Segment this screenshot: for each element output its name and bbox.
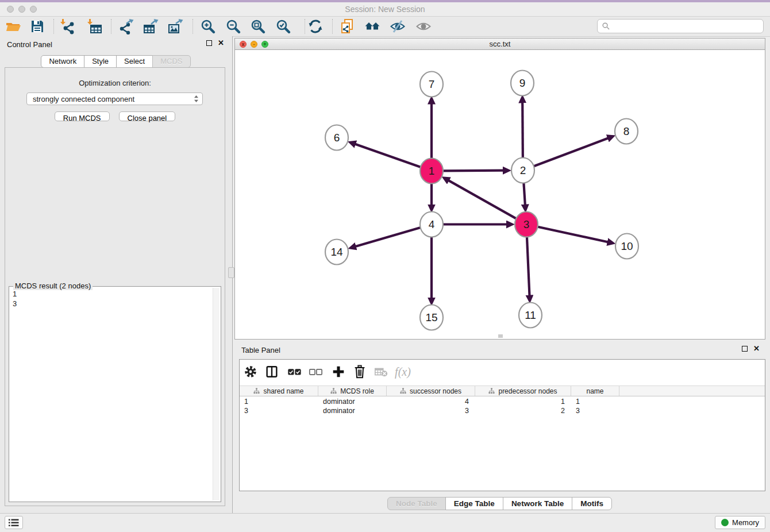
minimize-window-button[interactable] (18, 6, 25, 13)
table-cell[interactable]: 2 (475, 406, 571, 415)
graph-edge-3-10[interactable] (537, 227, 608, 242)
graph-node-1[interactable]: 1 (420, 159, 443, 184)
main-titlebar: Session: New Session (0, 2, 770, 17)
control-panel-window-buttons: ✕ (206, 40, 224, 46)
graph-edge-4-14[interactable] (356, 228, 421, 246)
close-window-button[interactable] (7, 6, 14, 13)
zoom-selected-icon[interactable] (275, 18, 292, 35)
zoom-network-button[interactable]: + (261, 41, 268, 48)
run-mcds-button[interactable]: Run MCDS (55, 111, 110, 121)
search-icon (602, 22, 610, 30)
graph-node-15[interactable]: 15 (420, 305, 443, 330)
zoom-window-button[interactable] (30, 6, 37, 13)
tab-network[interactable]: Network (41, 55, 84, 68)
add-column-icon[interactable] (330, 364, 346, 380)
float-table-panel-icon[interactable] (742, 346, 748, 352)
graph-node-7[interactable]: 7 (420, 72, 443, 97)
task-history-button[interactable] (5, 516, 23, 529)
graph-edge-2-9[interactable] (522, 102, 523, 159)
close-table-panel-icon[interactable]: ✕ (753, 346, 760, 352)
search-field[interactable] (597, 19, 764, 33)
graph-node-4[interactable]: 4 (420, 212, 443, 237)
tab-edge-table[interactable]: Edge Table (445, 497, 503, 510)
export-table-icon[interactable] (142, 18, 159, 35)
graph-node-14[interactable]: 14 (325, 240, 348, 265)
graph-node-11[interactable]: 11 (519, 303, 542, 328)
network-canvas[interactable]: 7968124314101511 (234, 50, 765, 340)
close-network-button[interactable]: x (240, 41, 247, 48)
close-panel-button[interactable]: Close panel (119, 111, 176, 121)
graph-edge-1-2[interactable] (442, 171, 503, 171)
import-table-icon[interactable] (86, 18, 103, 35)
search-input[interactable] (613, 21, 759, 31)
table-cell[interactable]: 1 (240, 397, 318, 406)
panel-splitter-handle[interactable] (228, 267, 234, 278)
application-window: Session: New Session (0, 0, 770, 532)
memory-button[interactable]: Memory (715, 516, 765, 529)
float-panel-icon[interactable] (206, 40, 212, 46)
canvas-scroll-thumb[interactable] (498, 334, 503, 338)
graph-node-2[interactable]: 2 (511, 158, 534, 183)
table-row[interactable]: 3dominator323 (240, 406, 765, 415)
svg-text:15: 15 (425, 311, 437, 323)
graph-edge-3-11[interactable] (527, 235, 530, 295)
graph-edge-2-3[interactable] (523, 181, 525, 205)
tab-select[interactable]: Select (116, 55, 153, 68)
open-session-icon[interactable] (5, 18, 22, 35)
graph-edge-2-8[interactable] (533, 138, 608, 167)
table-cell[interactable]: 1 (571, 397, 619, 406)
tab-network-table[interactable]: Network Table (503, 497, 572, 510)
table-cell[interactable]: dominator (318, 397, 387, 406)
column-header-successor-nodes[interactable]: successor nodes (387, 386, 475, 396)
graph-node-6[interactable]: 6 (325, 125, 348, 151)
svg-text:6: 6 (334, 132, 340, 144)
export-network-icon[interactable] (117, 18, 134, 35)
delete-table-icon[interactable] (373, 364, 389, 380)
table-cell[interactable]: 3 (571, 406, 619, 415)
zoom-in-icon[interactable] (199, 18, 217, 35)
table-cell[interactable]: dominator (318, 406, 387, 415)
mcds-result-scrollbar[interactable] (213, 288, 220, 500)
graph-node-9[interactable]: 9 (511, 71, 534, 96)
tab-node-table[interactable]: Node Table (387, 497, 446, 510)
eye-slash-icon[interactable] (389, 18, 406, 35)
table-row[interactable]: 1dominator411 (240, 397, 765, 406)
tab-motifs[interactable]: Motifs (572, 497, 612, 510)
table-cell[interactable]: 3 (387, 406, 475, 415)
hierarchy-icon (253, 388, 260, 394)
import-network-icon[interactable] (59, 18, 76, 35)
select-all-checkboxes-icon[interactable] (286, 364, 302, 380)
tab-mcds[interactable]: MCDS (152, 55, 190, 68)
zoom-out-icon[interactable] (225, 18, 242, 35)
graph-node-3[interactable]: 3 (515, 212, 538, 237)
zoom-fit-icon[interactable] (249, 18, 267, 35)
close-panel-icon[interactable]: ✕ (218, 40, 224, 46)
save-session-icon[interactable] (29, 18, 46, 35)
control-panel-title: Control Panel (7, 40, 52, 49)
table-cell[interactable]: 4 (387, 397, 475, 406)
delete-column-icon[interactable] (352, 364, 368, 380)
optimization-criterion-dropdown[interactable]: strongly connected component (26, 92, 203, 105)
column-header-name[interactable]: name (571, 386, 619, 396)
graph-node-10[interactable]: 10 (615, 234, 638, 259)
column-header-mcds-role[interactable]: MCDS role (318, 386, 387, 396)
deselect-checkboxes-icon[interactable] (307, 364, 324, 380)
refresh-icon[interactable] (307, 18, 324, 35)
toolbar-separator (192, 19, 193, 34)
graph-edge-1-6[interactable] (355, 144, 421, 167)
graph-edge-3-1[interactable] (449, 180, 517, 219)
duplicate-network-icon[interactable] (338, 18, 356, 35)
table-cell[interactable]: 1 (475, 397, 571, 406)
double-house-icon[interactable] (364, 18, 381, 35)
graph-node-8[interactable]: 8 (615, 119, 638, 144)
column-header-predecessor-nodes[interactable]: predecessor nodes (475, 386, 571, 396)
export-image-icon[interactable] (167, 18, 184, 35)
split-view-icon[interactable] (264, 364, 280, 380)
settings-gear-icon[interactable] (242, 364, 259, 380)
network-window-titlebar[interactable]: x - + scc.txt (234, 38, 765, 50)
minimize-network-button[interactable]: - (251, 41, 257, 48)
eye-icon[interactable] (415, 18, 432, 35)
tab-style[interactable]: Style (84, 55, 117, 68)
table-cell[interactable]: 3 (240, 406, 318, 415)
column-header-shared-name[interactable]: shared name (240, 386, 318, 396)
